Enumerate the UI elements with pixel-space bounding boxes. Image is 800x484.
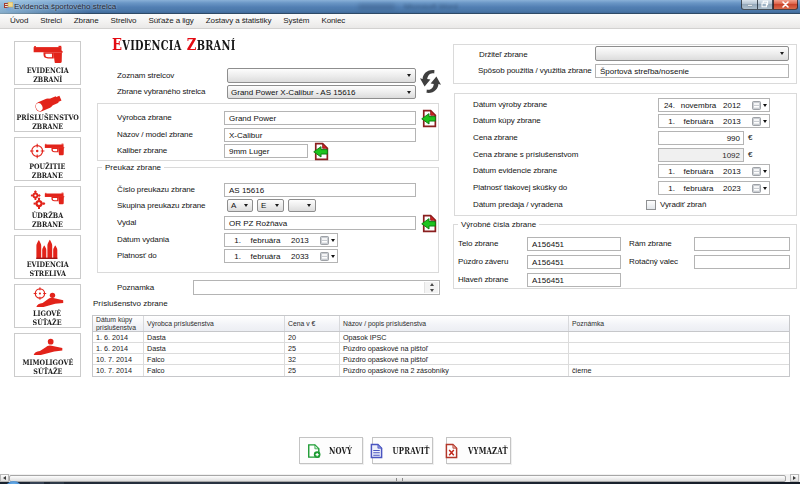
sidebar-label-line1: EVIDENCIA [26, 66, 68, 75]
table-cell: Púzdro opaskové na 2 zásobníky [340, 365, 569, 376]
sidebar-button-udrzba-zbrane[interactable]: ÚDRŽBAZBRANE [14, 186, 81, 230]
barrel-serial-input[interactable]: A156451 [527, 273, 621, 287]
crosshair-pistol-icon [30, 139, 66, 162]
usage-input[interactable]: Športová streľba/nosenie [595, 64, 789, 78]
pressure-test-picker[interactable]: 1.februára2023 [658, 181, 770, 195]
input-value: 1092 [722, 151, 740, 160]
model-input[interactable]: X-Calibur [224, 128, 416, 142]
menu-item-zostavy-a-statistiky[interactable]: Zostavy a štatistiky [200, 14, 278, 28]
column-header[interactable]: Cena v € [285, 316, 340, 331]
refresh-icon[interactable] [419, 68, 442, 95]
close-button[interactable] [773, 0, 798, 10]
date-day: 1. [661, 117, 675, 126]
column-header[interactable]: Dátum kúpy príslušenstva [93, 316, 144, 331]
sidebar-button-evidencia-streliva[interactable]: EVIDENCIASTRELIVA [14, 235, 81, 279]
table-cell: 10. 7. 2014 [93, 354, 144, 364]
import-icon[interactable] [419, 214, 438, 233]
shooters-list-combobox[interactable] [227, 68, 416, 83]
import-icon[interactable] [311, 142, 330, 161]
new-button[interactable]: NOVÝ [299, 437, 363, 464]
column-header[interactable]: Výrobca príslušenstva [144, 316, 285, 331]
table-row[interactable]: 10. 7. 2014 Falco 25 Púzdro opaskové na … [93, 365, 789, 376]
app-icon [4, 2, 13, 11]
sidebar-button-label: ÚDRŽBAZBRANE [32, 211, 63, 229]
valid-until-label: Platnosť do [117, 249, 157, 263]
heading-initial: Z [187, 34, 197, 54]
sidebar-button-evidencia-zbrani[interactable]: EVIDENCIAZBRANÍ [14, 41, 81, 85]
weapons-list-label: Zbrane vybraného strelca [117, 85, 205, 99]
slide-serial-input[interactable]: A156451 [527, 255, 621, 269]
menu-item-system[interactable]: Systém [277, 14, 315, 28]
menu-bar: Úvod Strelci Zbrane Strelivo Súťaže a li… [0, 14, 800, 29]
issue-date-label: Dátum vydania [117, 233, 169, 247]
date-month: novembra [675, 101, 722, 110]
menu-item-uvod[interactable]: Úvod [4, 14, 34, 28]
table-cell: 10. 7. 2014 [93, 365, 144, 376]
table-cell: 1. 6. 2014 [93, 332, 144, 342]
issuer-input[interactable]: OR PZ Rožňava [224, 216, 416, 230]
table-cell: 25 [285, 343, 340, 353]
manufacturer-input[interactable]: Grand Power [224, 111, 416, 125]
table-row[interactable]: 10. 7. 2014 Falco 32 Púzdro opaskové na … [93, 354, 789, 365]
note-input[interactable] [193, 280, 440, 295]
heading-text: VIDENCIA [122, 38, 181, 53]
caliber-label: Kaliber zbrane [117, 144, 167, 158]
heading-text: BRANÍ [197, 38, 236, 53]
valid-until-picker[interactable]: 1.februára2033 [224, 249, 338, 263]
menu-item-zbrane[interactable]: Zbrane [68, 14, 105, 28]
delete-button[interactable]: VYMAZAŤ [446, 437, 511, 464]
sidebar-button-mimoligove-sutaze[interactable]: MIMOLIGOVÉSÚŤAŽE [14, 333, 81, 377]
production-date-picker[interactable]: 24.novembra2012 [658, 98, 770, 112]
registration-date-picker[interactable]: 1.februára2013 [658, 164, 770, 178]
menu-item-sutaze-a-ligy[interactable]: Súťaže a ligy [142, 14, 199, 28]
minimize-button[interactable] [741, 0, 757, 10]
note-spinner[interactable] [424, 282, 438, 293]
column-header[interactable]: Názov / popis príslušenstva [340, 316, 569, 331]
caliber-input[interactable]: 9mm Luger [224, 144, 308, 158]
column-header[interactable]: Poznámka [569, 316, 789, 331]
frame-serial-label: Rám zbrane [629, 237, 672, 251]
cylinder-serial-input[interactable] [694, 255, 790, 269]
license-group-combobox-3[interactable] [288, 199, 316, 212]
sidebar-button-label: EVIDENCIAZBRANÍ [26, 66, 68, 84]
app-window: Evidencia športového strelca Microsoft W… [0, 0, 800, 484]
license-group-combobox-1[interactable]: A [227, 199, 253, 212]
spinner-down-icon[interactable] [425, 288, 438, 294]
body-serial-input[interactable]: A156451 [527, 237, 621, 251]
sidebar-button-pouzitie-zbrane[interactable]: POUŽITIEZBRANE [14, 137, 81, 181]
price-input[interactable]: 990 [658, 131, 744, 145]
discard-checkbox[interactable] [646, 200, 656, 210]
scrollbar-thumb[interactable] [9, 475, 786, 482]
table-row[interactable]: 1. 6. 2014 Dasta 25 Púzdro opaskové na p… [93, 343, 789, 354]
sidebar-label-line1: ÚDRŽBA [32, 211, 63, 220]
table-cell: Púzdro opaskové na pištoľ [340, 343, 569, 353]
sidebar-button-prislusenstvo-zbrane[interactable]: PRÍSLUŠENSTVOZBRANE [14, 88, 81, 132]
input-value: X-Calibur [229, 131, 262, 140]
date-year: 2033 [290, 252, 319, 261]
input-value: A156451 [532, 276, 564, 285]
issue-date-picker[interactable]: 1.februára2013 [224, 233, 338, 247]
table-cell [569, 332, 789, 342]
holder-combobox[interactable] [595, 46, 789, 61]
frame-serial-input[interactable] [694, 237, 790, 251]
menu-item-koniec[interactable]: Koniec [315, 14, 351, 28]
import-icon[interactable] [419, 109, 438, 128]
slide-serial-label: Púzdro záveru [458, 255, 508, 269]
edit-button[interactable]: UPRAVIŤ [372, 437, 433, 464]
combo-value: A [231, 201, 236, 210]
menu-item-strelivo[interactable]: Strelivo [105, 14, 143, 28]
purchase-date-picker[interactable]: 1.februára2013 [658, 114, 770, 128]
sidebar-label-line2: ZBRANE [32, 122, 63, 131]
license-group-combobox-2[interactable]: E [257, 199, 284, 212]
dropdown-arrow-icon [763, 120, 767, 123]
table-row[interactable]: 1. 6. 2014 Dasta 20 Opasok IPSC [93, 332, 789, 343]
license-number-input[interactable]: AS 15616 [224, 183, 416, 197]
license-groupbox-title: Preukaz zbrane [102, 161, 164, 174]
menu-item-strelci[interactable]: Strelci [34, 14, 68, 28]
maximize-button[interactable] [757, 0, 773, 10]
sidebar-button-ligove-sutaze[interactable]: LIGOVÉSÚŤAŽE [14, 284, 81, 328]
blurred-watermark-block [358, 4, 395, 10]
manufacturer-label: Výrobca zbrane [117, 111, 172, 125]
weapons-list-combobox[interactable]: Grand Power X-Calibur - AS 15616 [227, 85, 416, 99]
gears-pistol-icon [30, 188, 66, 211]
